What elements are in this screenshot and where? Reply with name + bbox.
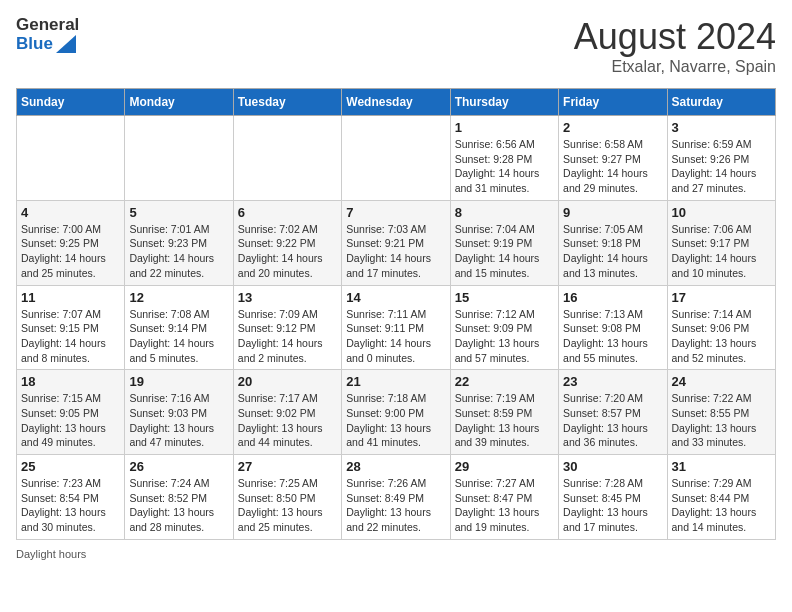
day-info: Sunrise: 7:04 AMSunset: 9:19 PMDaylight:… bbox=[455, 222, 554, 281]
day-info: Sunrise: 7:19 AMSunset: 8:59 PMDaylight:… bbox=[455, 391, 554, 450]
day-number: 12 bbox=[129, 290, 228, 305]
day-number: 1 bbox=[455, 120, 554, 135]
day-info: Sunrise: 7:15 AMSunset: 9:05 PMDaylight:… bbox=[21, 391, 120, 450]
week-row-5: 25Sunrise: 7:23 AMSunset: 8:54 PMDayligh… bbox=[17, 455, 776, 540]
calendar-cell-w2-d4: 7Sunrise: 7:03 AMSunset: 9:21 PMDaylight… bbox=[342, 200, 450, 285]
day-info: Sunrise: 7:17 AMSunset: 9:02 PMDaylight:… bbox=[238, 391, 337, 450]
calendar-cell-w2-d2: 5Sunrise: 7:01 AMSunset: 9:23 PMDaylight… bbox=[125, 200, 233, 285]
day-info: Sunrise: 7:11 AMSunset: 9:11 PMDaylight:… bbox=[346, 307, 445, 366]
calendar-cell-w5-d5: 29Sunrise: 7:27 AMSunset: 8:47 PMDayligh… bbox=[450, 455, 558, 540]
header-tuesday: Tuesday bbox=[233, 89, 341, 116]
header-saturday: Saturday bbox=[667, 89, 775, 116]
header: General Blue August 2024 Etxalar, Navarr… bbox=[16, 16, 776, 76]
day-number: 7 bbox=[346, 205, 445, 220]
footer-note: Daylight hours bbox=[16, 548, 776, 560]
day-number: 28 bbox=[346, 459, 445, 474]
location: Etxalar, Navarre, Spain bbox=[574, 58, 776, 76]
title-block: August 2024 Etxalar, Navarre, Spain bbox=[574, 16, 776, 76]
header-friday: Friday bbox=[559, 89, 667, 116]
calendar-cell-w5-d6: 30Sunrise: 7:28 AMSunset: 8:45 PMDayligh… bbox=[559, 455, 667, 540]
day-number: 27 bbox=[238, 459, 337, 474]
day-info: Sunrise: 7:06 AMSunset: 9:17 PMDaylight:… bbox=[672, 222, 771, 281]
day-number: 3 bbox=[672, 120, 771, 135]
day-number: 6 bbox=[238, 205, 337, 220]
day-number: 24 bbox=[672, 374, 771, 389]
day-info: Sunrise: 7:26 AMSunset: 8:49 PMDaylight:… bbox=[346, 476, 445, 535]
logo: General Blue bbox=[16, 16, 79, 53]
day-info: Sunrise: 7:23 AMSunset: 8:54 PMDaylight:… bbox=[21, 476, 120, 535]
day-info: Sunrise: 7:01 AMSunset: 9:23 PMDaylight:… bbox=[129, 222, 228, 281]
calendar-cell-w1-d4 bbox=[342, 116, 450, 201]
month-year: August 2024 bbox=[574, 16, 776, 58]
week-row-3: 11Sunrise: 7:07 AMSunset: 9:15 PMDayligh… bbox=[17, 285, 776, 370]
calendar-cell-w3-d5: 15Sunrise: 7:12 AMSunset: 9:09 PMDayligh… bbox=[450, 285, 558, 370]
calendar-cell-w3-d7: 17Sunrise: 7:14 AMSunset: 9:06 PMDayligh… bbox=[667, 285, 775, 370]
day-info: Sunrise: 6:59 AMSunset: 9:26 PMDaylight:… bbox=[672, 137, 771, 196]
day-info: Sunrise: 7:16 AMSunset: 9:03 PMDaylight:… bbox=[129, 391, 228, 450]
day-info: Sunrise: 7:09 AMSunset: 9:12 PMDaylight:… bbox=[238, 307, 337, 366]
day-number: 13 bbox=[238, 290, 337, 305]
day-info: Sunrise: 7:24 AMSunset: 8:52 PMDaylight:… bbox=[129, 476, 228, 535]
day-number: 14 bbox=[346, 290, 445, 305]
day-number: 31 bbox=[672, 459, 771, 474]
header-sunday: Sunday bbox=[17, 89, 125, 116]
header-thursday: Thursday bbox=[450, 89, 558, 116]
calendar-cell-w5-d4: 28Sunrise: 7:26 AMSunset: 8:49 PMDayligh… bbox=[342, 455, 450, 540]
calendar-cell-w5-d1: 25Sunrise: 7:23 AMSunset: 8:54 PMDayligh… bbox=[17, 455, 125, 540]
calendar-cell-w4-d1: 18Sunrise: 7:15 AMSunset: 9:05 PMDayligh… bbox=[17, 370, 125, 455]
calendar-cell-w1-d3 bbox=[233, 116, 341, 201]
calendar-table: SundayMondayTuesdayWednesdayThursdayFrid… bbox=[16, 88, 776, 540]
header-wednesday: Wednesday bbox=[342, 89, 450, 116]
day-number: 25 bbox=[21, 459, 120, 474]
calendar-cell-w1-d7: 3Sunrise: 6:59 AMSunset: 9:26 PMDaylight… bbox=[667, 116, 775, 201]
logo-blue-text: Blue bbox=[16, 35, 79, 54]
calendar-cell-w1-d5: 1Sunrise: 6:56 AMSunset: 9:28 PMDaylight… bbox=[450, 116, 558, 201]
day-number: 30 bbox=[563, 459, 662, 474]
day-number: 22 bbox=[455, 374, 554, 389]
calendar-cell-w3-d4: 14Sunrise: 7:11 AMSunset: 9:11 PMDayligh… bbox=[342, 285, 450, 370]
calendar-cell-w4-d4: 21Sunrise: 7:18 AMSunset: 9:00 PMDayligh… bbox=[342, 370, 450, 455]
day-info: Sunrise: 7:27 AMSunset: 8:47 PMDaylight:… bbox=[455, 476, 554, 535]
day-number: 16 bbox=[563, 290, 662, 305]
day-number: 11 bbox=[21, 290, 120, 305]
calendar-cell-w2-d1: 4Sunrise: 7:00 AMSunset: 9:25 PMDaylight… bbox=[17, 200, 125, 285]
day-info: Sunrise: 7:28 AMSunset: 8:45 PMDaylight:… bbox=[563, 476, 662, 535]
day-number: 9 bbox=[563, 205, 662, 220]
logo-general-text: General bbox=[16, 16, 79, 35]
day-number: 19 bbox=[129, 374, 228, 389]
week-row-4: 18Sunrise: 7:15 AMSunset: 9:05 PMDayligh… bbox=[17, 370, 776, 455]
day-number: 29 bbox=[455, 459, 554, 474]
calendar-cell-w5-d7: 31Sunrise: 7:29 AMSunset: 8:44 PMDayligh… bbox=[667, 455, 775, 540]
day-number: 15 bbox=[455, 290, 554, 305]
day-info: Sunrise: 7:07 AMSunset: 9:15 PMDaylight:… bbox=[21, 307, 120, 366]
day-info: Sunrise: 7:29 AMSunset: 8:44 PMDaylight:… bbox=[672, 476, 771, 535]
day-info: Sunrise: 7:02 AMSunset: 9:22 PMDaylight:… bbox=[238, 222, 337, 281]
calendar-cell-w2-d3: 6Sunrise: 7:02 AMSunset: 9:22 PMDaylight… bbox=[233, 200, 341, 285]
day-number: 10 bbox=[672, 205, 771, 220]
calendar-cell-w1-d1 bbox=[17, 116, 125, 201]
day-number: 20 bbox=[238, 374, 337, 389]
calendar-cell-w4-d5: 22Sunrise: 7:19 AMSunset: 8:59 PMDayligh… bbox=[450, 370, 558, 455]
day-info: Sunrise: 6:56 AMSunset: 9:28 PMDaylight:… bbox=[455, 137, 554, 196]
week-row-1: 1Sunrise: 6:56 AMSunset: 9:28 PMDaylight… bbox=[17, 116, 776, 201]
calendar-cell-w5-d3: 27Sunrise: 7:25 AMSunset: 8:50 PMDayligh… bbox=[233, 455, 341, 540]
day-info: Sunrise: 7:05 AMSunset: 9:18 PMDaylight:… bbox=[563, 222, 662, 281]
calendar-cell-w3-d3: 13Sunrise: 7:09 AMSunset: 9:12 PMDayligh… bbox=[233, 285, 341, 370]
calendar-cell-w3-d2: 12Sunrise: 7:08 AMSunset: 9:14 PMDayligh… bbox=[125, 285, 233, 370]
day-number: 8 bbox=[455, 205, 554, 220]
day-number: 26 bbox=[129, 459, 228, 474]
svg-marker-0 bbox=[56, 35, 76, 53]
day-info: Sunrise: 7:12 AMSunset: 9:09 PMDaylight:… bbox=[455, 307, 554, 366]
calendar-cell-w4-d2: 19Sunrise: 7:16 AMSunset: 9:03 PMDayligh… bbox=[125, 370, 233, 455]
day-number: 4 bbox=[21, 205, 120, 220]
day-info: Sunrise: 6:58 AMSunset: 9:27 PMDaylight:… bbox=[563, 137, 662, 196]
calendar-cell-w4-d7: 24Sunrise: 7:22 AMSunset: 8:55 PMDayligh… bbox=[667, 370, 775, 455]
calendar-cell-w2-d7: 10Sunrise: 7:06 AMSunset: 9:17 PMDayligh… bbox=[667, 200, 775, 285]
day-info: Sunrise: 7:03 AMSunset: 9:21 PMDaylight:… bbox=[346, 222, 445, 281]
calendar-cell-w4-d3: 20Sunrise: 7:17 AMSunset: 9:02 PMDayligh… bbox=[233, 370, 341, 455]
header-monday: Monday bbox=[125, 89, 233, 116]
calendar-cell-w1-d6: 2Sunrise: 6:58 AMSunset: 9:27 PMDaylight… bbox=[559, 116, 667, 201]
calendar-cell-w4-d6: 23Sunrise: 7:20 AMSunset: 8:57 PMDayligh… bbox=[559, 370, 667, 455]
day-info: Sunrise: 7:25 AMSunset: 8:50 PMDaylight:… bbox=[238, 476, 337, 535]
calendar-header-row: SundayMondayTuesdayWednesdayThursdayFrid… bbox=[17, 89, 776, 116]
